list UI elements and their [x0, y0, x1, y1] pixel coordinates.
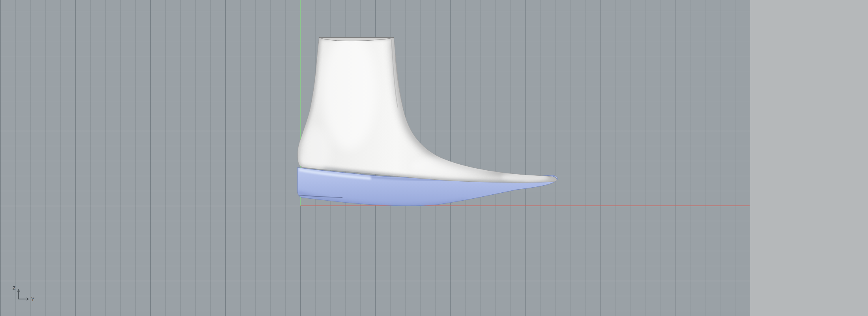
axis-gizmo-lines — [19, 290, 28, 299]
axis-gizmo-y-label: Y — [31, 297, 34, 302]
viewport-canvas: Z Y — [0, 0, 868, 316]
shoe-last-model[interactable] — [297, 32, 557, 183]
axis-gizmo: Z Y — [13, 286, 34, 302]
axis-gizmo-z-label: Z — [13, 286, 15, 291]
cad-viewport[interactable]: Z Y — [0, 0, 868, 316]
